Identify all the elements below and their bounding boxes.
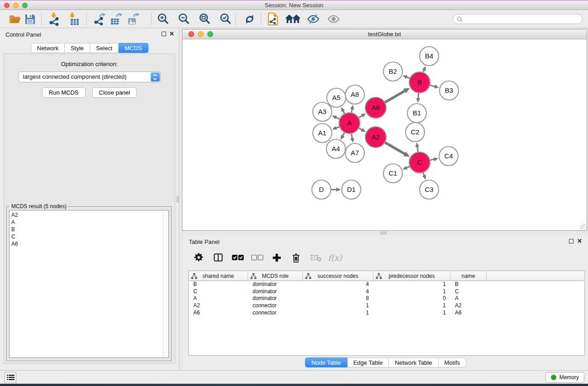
table-function-builder-button[interactable]: f(x)	[329, 251, 341, 264]
control-panel: Control Panel ✕ Network Style Select MCD…	[0, 28, 179, 370]
zoom-in-button[interactable]	[155, 12, 171, 26]
network-graph: AA6A2BCA5A8A3A1A4A7B4B2B3B1C2C4C1C3DD1	[182, 40, 586, 230]
ndex-home-button[interactable]	[285, 12, 301, 26]
graph-node-label: B4	[425, 52, 433, 60]
control-panel-title: Control Panel	[5, 31, 41, 38]
close-panel-button[interactable]: Close panel	[92, 87, 137, 98]
graph-node-label: B3	[445, 86, 453, 94]
tab-style[interactable]: Style	[65, 43, 90, 53]
table-row[interactable]: A dominator 8 0 A	[189, 295, 584, 302]
criterion-selected-value: largest connected component (directed)	[23, 73, 127, 80]
table-row[interactable]: C dominator 4 1 C	[189, 288, 584, 295]
export-image-icon	[127, 13, 140, 25]
zoom-fit-button[interactable]	[196, 12, 213, 26]
result-item[interactable]: A6	[11, 240, 162, 248]
close-panel-icon[interactable]: ✕	[169, 30, 174, 37]
table-row[interactable]: A2 connector 1 1 A2	[189, 302, 584, 310]
table-settings-button[interactable]	[192, 251, 205, 264]
gear-icon	[194, 253, 204, 262]
import-network-button[interactable]	[46, 12, 62, 26]
column-attribute-icon	[191, 273, 197, 279]
status-bar: Memory	[0, 370, 588, 384]
minimize-network-window-button[interactable]	[198, 31, 204, 37]
tab-select[interactable]: Select	[90, 43, 119, 53]
open-network-document-button[interactable]	[265, 12, 281, 26]
tab-mcds[interactable]: MCDS	[119, 43, 148, 53]
search-input[interactable]	[465, 15, 578, 23]
close-network-window-button[interactable]	[188, 31, 194, 37]
export-table-icon	[110, 13, 123, 25]
mcds-result-list: A2 A B C A6	[9, 210, 169, 358]
memory-status-icon	[551, 375, 556, 380]
export-image-button[interactable]	[125, 12, 142, 26]
tab-network-table[interactable]: Network Table	[389, 357, 438, 367]
table-row[interactable]: B dominator 4 1 B	[189, 281, 584, 288]
column-attribute-icon	[376, 273, 382, 279]
table-add-column-button[interactable]	[270, 251, 283, 264]
window-resize-grip[interactable]	[580, 224, 586, 230]
horizontal-divider-handle[interactable]	[380, 232, 387, 234]
float-panel-icon[interactable]	[162, 32, 166, 36]
table-delete-table-button[interactable]	[309, 251, 322, 264]
tab-edge-table[interactable]: Edge Table	[347, 357, 389, 367]
zoom-out-button[interactable]	[176, 12, 192, 26]
float-table-panel-icon[interactable]	[569, 239, 574, 243]
table-toolbar: f(x)	[188, 247, 584, 268]
show-graphics-details-button[interactable]	[325, 12, 342, 26]
column-header-mcds-role[interactable]: MCDS role	[248, 271, 303, 281]
graph-node-label: C3	[425, 186, 433, 193]
result-item[interactable]: A2	[11, 211, 162, 219]
table-select-all-button[interactable]	[231, 251, 244, 264]
main-toolbar	[0, 10, 588, 28]
zoom-selected-button[interactable]	[217, 12, 234, 26]
task-history-button[interactable]	[5, 372, 16, 383]
window-controls	[4, 3, 28, 8]
run-mcds-button[interactable]: Run MCDS	[42, 87, 86, 98]
close-window-button[interactable]	[4, 3, 10, 8]
tab-node-table[interactable]: Node Table	[305, 357, 348, 367]
graph-node-label: A2	[372, 133, 380, 141]
criterion-select[interactable]: largest connected component (directed)	[19, 71, 161, 82]
export-network-button[interactable]	[91, 12, 108, 26]
tab-network[interactable]: Network	[30, 43, 65, 53]
close-table-panel-icon[interactable]: ✕	[577, 238, 582, 244]
result-item[interactable]: B	[11, 226, 162, 233]
zoom-network-window-button[interactable]	[207, 31, 213, 37]
table-split-panel-button[interactable]	[212, 251, 225, 264]
table-row[interactable]: A6 connector 1 1 A6	[189, 310, 584, 317]
save-floppy-icon	[24, 14, 36, 25]
result-item[interactable]: A	[11, 219, 162, 226]
toolbar-separator	[86, 13, 87, 25]
column-header-successor-nodes[interactable]: successor nodes	[303, 271, 373, 281]
result-item[interactable]: C	[11, 233, 162, 240]
table-delete-column-button[interactable]	[290, 251, 302, 264]
column-header-name[interactable]: name	[450, 271, 487, 281]
import-table-button[interactable]	[65, 12, 81, 26]
graph-node-label: A7	[351, 149, 359, 157]
network-view-window: testGlobe.txt AA6A2BCA5A8A3A1A4A7B4B2B3B…	[182, 29, 587, 231]
graph-edge-A6-B[interactable]	[385, 91, 406, 102]
minimize-window-button[interactable]	[13, 3, 19, 8]
column-header-predecessor-nodes[interactable]: predecessor nodes	[373, 271, 450, 281]
memory-button[interactable]: Memory	[545, 372, 584, 383]
hide-graphics-details-button[interactable]	[305, 12, 321, 26]
plus-icon	[272, 253, 282, 262]
open-session-button[interactable]	[7, 12, 23, 26]
result-list-scrollbar[interactable]	[163, 210, 168, 357]
export-table-button[interactable]	[108, 12, 124, 26]
vertical-divider-handle[interactable]	[177, 196, 179, 202]
graph-edge-A2-C[interactable]	[385, 143, 406, 154]
mcds-result-groupbox: MCDS result (5 nodes) A2 A B C A6	[6, 203, 172, 361]
apply-layout-button[interactable]	[241, 12, 258, 26]
graph-node-label: A4	[332, 145, 340, 152]
graph-node-label: A5	[332, 94, 340, 101]
zoom-window-button[interactable]	[22, 3, 28, 8]
save-session-button[interactable]	[22, 12, 38, 26]
tab-motifs[interactable]: Motifs	[438, 357, 466, 367]
table-deselect-all-button[interactable]	[251, 251, 263, 264]
graph-node-label: C2	[411, 128, 419, 136]
network-canvas[interactable]: AA6A2BCA5A8A3A1A4A7B4B2B3B1C2C4C1C3DD1	[182, 40, 587, 230]
column-header-shared-name[interactable]: shared name	[189, 271, 248, 281]
graph-node-label: A6	[372, 104, 380, 111]
graph-node-label: B1	[413, 109, 421, 117]
